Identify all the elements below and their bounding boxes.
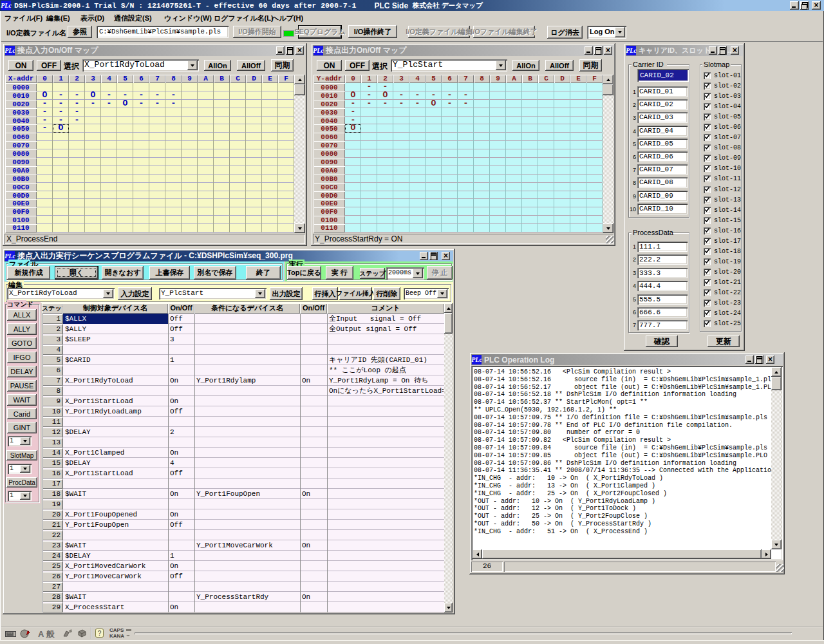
svg-text:?: ?	[98, 630, 102, 637]
